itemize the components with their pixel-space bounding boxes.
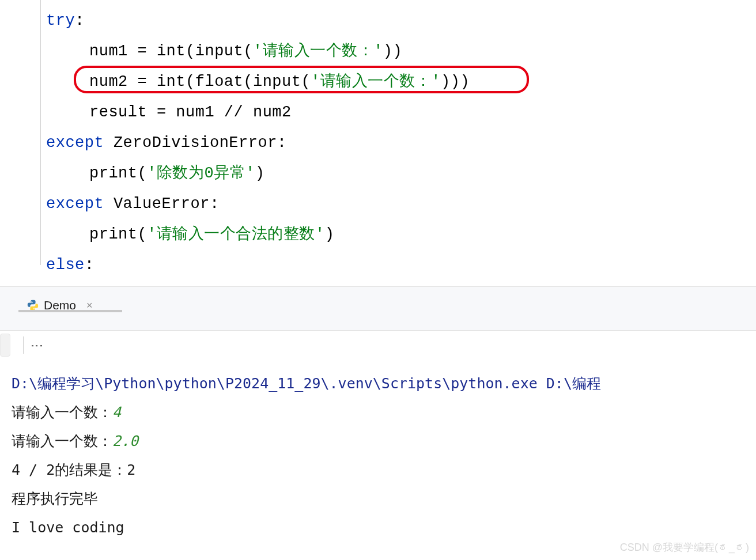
console-output[interactable]: D:\编程学习\Python\python\P2024_11_29\.venv\… (0, 359, 756, 553)
console-line: 4 / 2的结果是：2 (12, 456, 744, 485)
gutter-line (40, 0, 41, 265)
code-line: result = num1 // num2 (46, 97, 756, 128)
more-options-icon[interactable]: ⋮ (29, 339, 44, 351)
console-line: 请输入一个数：2.0 (12, 427, 744, 456)
console-line: 请输入一个数：4 (12, 398, 744, 427)
run-tab-bar: Demo × (0, 286, 756, 330)
code-line: print('除数为0异常') (46, 158, 756, 189)
user-input: 4 (112, 404, 121, 421)
console-line: 程序执行完毕 (12, 485, 744, 513)
code-line: try: (46, 6, 756, 36)
code-line: except ZeroDivisionError: (46, 128, 756, 158)
code-line-highlighted: num2 = int(float(input('请输入一个数：'))) (46, 67, 756, 97)
interpreter-path: D:\编程学习\Python\python\P2024_11_29\.venv\… (12, 375, 601, 392)
user-input: 2.0 (112, 433, 138, 449)
divider (23, 336, 24, 354)
watermark: CSDN @我要学编程(ಥ_ಥ) (620, 540, 749, 554)
code-line: num1 = int(input('请输入一个数：')) (46, 36, 756, 67)
console-line: I love coding (12, 513, 744, 542)
toolbar-handle[interactable] (0, 334, 10, 357)
tab-underline (18, 310, 122, 312)
code-line: except ValueError: (46, 189, 756, 220)
code-editor[interactable]: try: num1 = int(input('请输入一个数：')) num2 =… (0, 0, 756, 281)
code-line: print('请输入一个合法的整数') (46, 220, 756, 250)
console-toolbar: ⋮ (0, 330, 756, 359)
code-line: else: (46, 250, 756, 281)
